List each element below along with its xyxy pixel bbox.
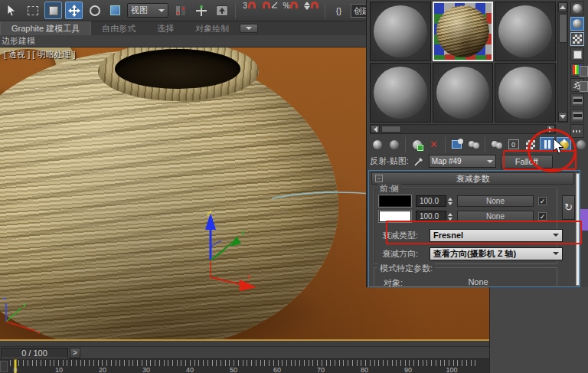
spinner-snap-toggle-button[interactable] — [302, 2, 320, 19]
falloff-direction-dropdown[interactable]: 查看方向(摄影机 Z 轴) — [430, 247, 563, 260]
go-forward-to-sibling-button[interactable] — [573, 137, 588, 152]
rollout-title-bar[interactable]: - 衰减参数 — [371, 172, 574, 185]
show-material-in-viewport-button[interactable] — [523, 137, 537, 152]
make-preview-button[interactable] — [570, 93, 584, 107]
front-map-button[interactable]: None — [457, 195, 534, 207]
percent-snap-toggle-button[interactable]: % — [282, 2, 299, 19]
sample-slot-active[interactable] — [433, 2, 494, 61]
swap-colors-button[interactable]: ↻ — [562, 195, 575, 220]
angle-snap-toggle-button[interactable] — [261, 2, 279, 19]
get-material-button[interactable] — [370, 137, 384, 152]
scroll-right-button[interactable] — [546, 125, 555, 133]
collapse-rollout-button[interactable]: - — [375, 175, 383, 182]
time-slider-bar: 0 / 100 > — [0, 346, 489, 358]
filmstrip-icon — [573, 112, 583, 119]
front-amount-spinner[interactable]: 100.0 — [416, 195, 446, 207]
rectangular-selection-region-button[interactable] — [24, 2, 41, 19]
rollout-scrollbar[interactable] — [576, 173, 580, 286]
sample-slot[interactable] — [495, 63, 556, 123]
scrollbar-thumb[interactable] — [559, 14, 567, 43]
snap-3-label: 3 — [243, 2, 247, 10]
time-slider-frame-display[interactable]: 0 / 100 — [1, 348, 68, 358]
select-and-manipulate-button[interactable] — [192, 2, 210, 19]
scroll-left-button[interactable] — [371, 125, 380, 133]
minimize-ribbon-button[interactable] — [240, 24, 258, 33]
material-id-channel-button[interactable]: 0 — [506, 137, 521, 152]
front-color-swatch[interactable] — [379, 195, 411, 207]
spinner-arrows[interactable] — [448, 213, 452, 221]
falloff-parameters-rollout: - 衰减参数 前:侧 100.0 None ✓ 100.0 None ✓ — [368, 170, 580, 287]
select-and-scale-button[interactable] — [106, 2, 124, 19]
pivot-icon — [175, 5, 186, 16]
material-name-dropdown[interactable]: Map #49 — [429, 155, 496, 168]
modifier-stack-selected-item[interactable] — [580, 209, 588, 231]
rotate-circle-icon — [90, 5, 100, 16]
backlight-icon — [573, 19, 582, 28]
open-mini-curve-editor-icon[interactable] — [0, 361, 8, 372]
make-material-copy-button[interactable] — [449, 137, 464, 152]
reference-coordinate-system-dropdown[interactable]: 视图 — [127, 3, 168, 18]
scroll-up-button[interactable] — [558, 2, 567, 12]
track-bar[interactable]: 0 10 20 30 40 50 60 70 80 90 100 — [0, 358, 489, 373]
make-unique-button[interactable] — [466, 137, 481, 152]
scrollbar-thumb[interactable] — [381, 126, 401, 133]
reset-map-button[interactable]: ✕ — [426, 137, 441, 152]
backlight-toggle[interactable] — [570, 17, 584, 31]
side-amount-spinner[interactable]: 100.0 — [416, 211, 446, 222]
scroll-down-button[interactable] — [558, 112, 567, 122]
slots-horizontal-scrollbar[interactable] — [370, 124, 556, 134]
select-and-rotate-button[interactable] — [86, 2, 103, 19]
background-toggle[interactable] — [570, 32, 584, 46]
mouse-cursor — [553, 139, 564, 155]
falloff-type-dropdown[interactable]: Fresnel — [430, 229, 563, 242]
background-dialog-button[interactable] — [580, 66, 588, 77]
tick-label: 70 — [317, 366, 325, 373]
sample-uv-tiling-button[interactable] — [570, 47, 584, 61]
map-name-row: 反射-贴图: Map #49 Falloff — [370, 154, 586, 169]
keyboard-shortcut-override-toggle[interactable] — [213, 2, 230, 19]
toolbar-separator — [325, 3, 325, 18]
slots-vertical-scrollbar[interactable] — [557, 2, 568, 123]
sample-slot[interactable] — [495, 2, 556, 61]
side-map-button[interactable]: None — [457, 211, 534, 222]
tab-freeform[interactable]: 自由形式 — [91, 21, 146, 35]
gizmo-z-label: z — [207, 210, 211, 218]
tick-label: 60 — [273, 366, 281, 373]
sample-type-button[interactable] — [570, 2, 584, 15]
library-icon — [492, 141, 502, 149]
side-color-swatch[interactable] — [379, 211, 411, 222]
spinner-arrows[interactable] — [448, 198, 452, 205]
next-frame-button[interactable]: > — [70, 348, 80, 358]
side-map-checkbox[interactable]: ✓ — [538, 212, 547, 221]
pick-material-eyedropper-icon[interactable] — [413, 156, 424, 167]
tab-graphite-modeling[interactable]: Graphite 建模工具 — [0, 21, 91, 35]
sample-slot[interactable] — [370, 2, 431, 61]
sample-slot[interactable] — [433, 63, 494, 123]
sibling-icon — [577, 140, 586, 149]
background-dialog-button[interactable] — [580, 81, 588, 92]
put-material-to-scene-button[interactable] — [387, 137, 401, 152]
sample-slot[interactable] — [370, 63, 431, 123]
snap-toggle-3d-button[interactable]: 3 — [240, 2, 258, 19]
select-object-button[interactable] — [3, 2, 21, 19]
tick-label: 0 — [13, 366, 17, 373]
viewport-label[interactable]: [ 透视 ] [ 明暗处理 ] — [4, 49, 76, 61]
select-and-move-button[interactable] — [65, 2, 83, 19]
edit-named-selection-sets-button[interactable]: {} — [330, 2, 348, 19]
select-by-material-button[interactable] — [570, 109, 584, 123]
falloff-direction-value: 查看方向(摄影机 Z 轴) — [433, 248, 516, 260]
wood-material-sphere — [436, 5, 490, 57]
world-axis-tripod: z y x — [0, 291, 49, 339]
put-to-library-button[interactable] — [489, 137, 504, 152]
use-pivot-point-center-button[interactable] — [172, 2, 189, 19]
tab-object-paint[interactable]: 对象绘制 — [185, 21, 240, 35]
object-pick-button[interactable]: None — [403, 277, 554, 289]
window-crossing-toggle[interactable] — [44, 2, 62, 19]
map-type-button[interactable]: Falloff — [501, 155, 553, 169]
rollout-title: 衰减参数 — [456, 174, 490, 183]
assign-material-to-selection-button[interactable] — [410, 137, 424, 152]
transform-gizmo[interactable]: z y x — [172, 207, 264, 299]
front-map-checkbox[interactable]: ✓ — [538, 197, 547, 205]
coord-system-value: 视图 — [131, 5, 148, 16]
tab-selection[interactable]: 选择 — [146, 21, 185, 35]
